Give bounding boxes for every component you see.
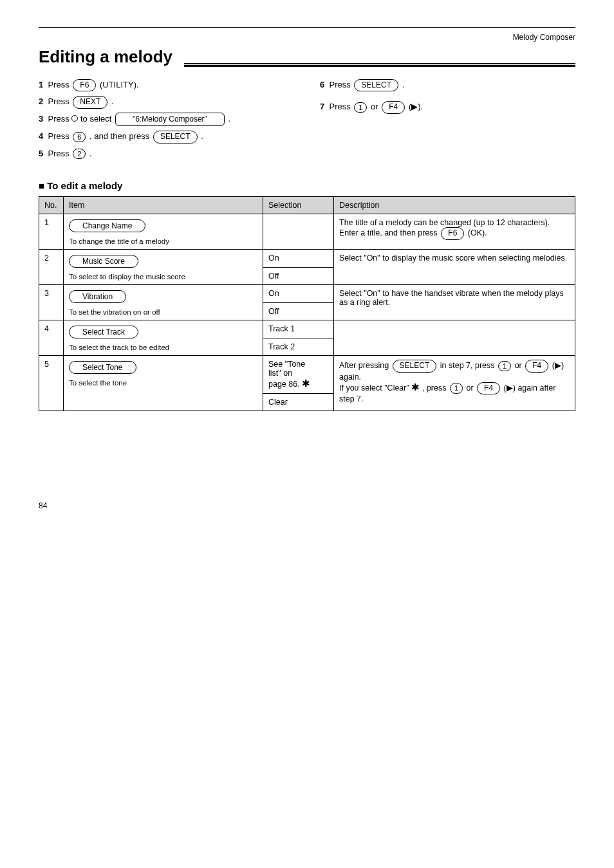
table-row: 2 Music Score To select to display the m… [39, 250, 575, 268]
top-rule [39, 27, 575, 28]
step2-post: . [111, 97, 114, 106]
num1-button-row5b: 1 [450, 383, 463, 393]
row1-item: Change Name To change the title of a mel… [64, 214, 263, 250]
row5-desc-mid2: or [515, 361, 525, 370]
header-right: Melody Composer [39, 33, 575, 42]
instructions-block: 1 Press F6 (UTILITY). 2 Press NEXT . 3 P… [39, 78, 575, 163]
f4-button-row5a: F4 [525, 360, 548, 373]
num1-button-row5a: 1 [498, 361, 511, 371]
select-button-row5: SELECT [393, 360, 437, 373]
star-icon-2: ✱ [411, 382, 420, 392]
star-icon: ✱ [302, 378, 310, 389]
step1-pre: Press [48, 80, 71, 89]
select-button: SELECT [153, 131, 198, 143]
step3-b: to select [80, 114, 114, 124]
row5-item: Select Tone To select the tone [64, 356, 263, 411]
row3-item: Vibration To set the vibration on or off [64, 285, 263, 320]
row5-sel-a-l3: page 86. [268, 380, 300, 389]
row3-sel-off: Off [263, 302, 334, 320]
row1-item-desc: To change the title of a melody [69, 237, 257, 245]
row2-desc: Select "On" to display the music score w… [334, 250, 575, 285]
row5-desc-l2-or: or [466, 383, 476, 392]
nav-icon [71, 115, 78, 122]
instructions-left: 1 Press F6 (UTILITY). 2 Press NEXT . 3 P… [39, 78, 294, 163]
table-header-row: No. Item Selection Description [39, 197, 575, 214]
vibration-oval: Vibration [69, 290, 126, 303]
table-row: 3 Vibration To set the vibration on or o… [39, 285, 575, 303]
select-track-oval: Select Track [69, 326, 138, 338]
row5-desc-l2-post: , press [422, 383, 449, 392]
row4-sel-t2: Track 2 [263, 338, 334, 356]
col-desc-header: Description [334, 197, 575, 214]
step6-post: . [402, 80, 405, 89]
row5-desc-mid1: in step 7, press [440, 361, 497, 370]
row2-item: Music Score To select to display the mus… [64, 250, 263, 285]
page-footer: 84 [39, 501, 575, 510]
table-row: 5 Select Tone To select the tone See "To… [39, 356, 575, 394]
next-button: NEXT [73, 96, 107, 109]
step7-pre: Press [329, 102, 353, 111]
table-row: 1 Change Name To change the title of a m… [39, 214, 575, 250]
f6-button-row1: F6 [441, 227, 464, 240]
change-name-oval: Change Name [69, 219, 145, 232]
row3-no: 3 [39, 285, 64, 320]
table-row: 4 Select Track To select the track to be… [39, 320, 575, 338]
row5-no: 5 [39, 356, 64, 411]
step7-mid: or [371, 102, 380, 111]
menu-item-melody-composer: "6:Melody Composer" [115, 113, 225, 127]
row1-no: 1 [39, 214, 64, 250]
row2-sel-on: On [263, 250, 334, 268]
row2-sel-off: Off [263, 267, 334, 285]
music-score-oval: Music Score [69, 255, 138, 268]
f4-button-row5b: F4 [477, 382, 500, 395]
row4-item: Select Track To select the track to be e… [64, 320, 263, 356]
f4-button: F4 [382, 101, 405, 114]
step1-post: (UTILITY). [100, 80, 139, 89]
page-title: Editing a melody [39, 47, 172, 67]
step5-post: . [89, 149, 92, 158]
row4-sel-t1: Track 1 [263, 320, 334, 338]
step4-pre: Press [48, 131, 71, 141]
step4-mid: , and then press [89, 131, 152, 141]
step4-post: . [201, 131, 203, 141]
row5-sel-a-l2: list" on [268, 369, 292, 378]
select-button-2: SELECT [354, 79, 398, 92]
select-tone-oval: Select Tone [69, 361, 136, 374]
col-item-header: Item [64, 197, 263, 214]
step3-post: . [228, 114, 231, 124]
col-no-header: No. [39, 197, 64, 214]
instructions-right: 6 Press SELECT . 7 Press 1 or F4 (▶). [320, 78, 575, 163]
step2-pre: Press [48, 97, 71, 106]
col-sel-header: Selection [263, 197, 334, 214]
row3-sel-on: On [263, 285, 334, 303]
row3-desc: Select "On" to have the handset vibrate … [334, 285, 575, 320]
row4-item-desc: To select the track to be edited [69, 344, 257, 351]
num6-button: 6 [73, 132, 86, 142]
edit-melody-table: No. Item Selection Description 1 Change … [39, 196, 575, 411]
row2-item-desc: To select to display the music score [69, 273, 257, 281]
section-title-row: Editing a melody [39, 47, 575, 67]
step6-pre: Press [329, 80, 353, 89]
step3-a: Press [48, 114, 71, 124]
row5-sel-a-l1: See "Tone [268, 360, 305, 369]
row5-desc-l2-pre: If you select "Clear" [339, 383, 411, 392]
row4-no: 4 [39, 320, 64, 356]
row4-desc [334, 320, 575, 356]
row5-desc-pre: After pressing [339, 361, 391, 370]
row5-sel-b: Clear [263, 394, 334, 411]
step7-post: (▶). [409, 102, 423, 111]
row1-sel [263, 214, 334, 250]
subheading: ■ To edit a melody [39, 180, 575, 191]
row3-item-desc: To set the vibration on or off [69, 308, 257, 316]
row5-item-desc: To select the tone [69, 379, 257, 387]
row2-no: 2 [39, 250, 64, 285]
num1-button: 1 [354, 102, 367, 113]
num2-button: 2 [73, 149, 86, 159]
f6-button: F6 [73, 79, 96, 92]
step5-pre: Press [48, 149, 71, 158]
row1-desc: The title of a melody can be changed (up… [334, 214, 575, 250]
row5-sel-a: See "Tone list" on page 86. ✱ [263, 356, 334, 394]
row5-desc: After pressing SELECT in step 7, press 1… [334, 356, 575, 411]
